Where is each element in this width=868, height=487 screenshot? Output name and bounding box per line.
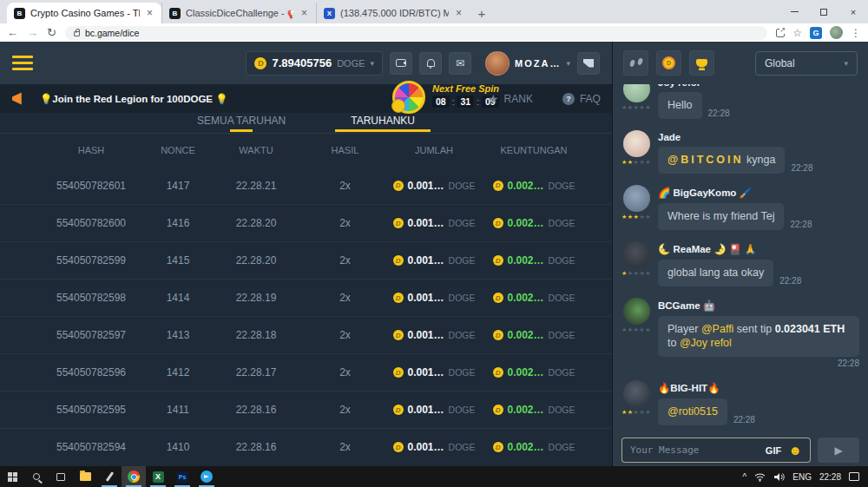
- mention[interactable]: @roti0515: [667, 405, 718, 418]
- messages-button[interactable]: ✉: [449, 52, 471, 75]
- browser-tab-3[interactable]: X (138.475.000 IDR/BTC) Market - I ×: [316, 3, 470, 23]
- taskbar-clock[interactable]: 22:28: [819, 472, 841, 482]
- spin-wheel-icon[interactable]: [392, 81, 425, 114]
- maximize-button[interactable]: [809, 0, 838, 23]
- free-spin-widget[interactable]: Next Free Spin 08 : 31 : 09: [392, 81, 499, 114]
- doge-coin-icon: [493, 330, 503, 340]
- promo-message[interactable]: 💡Join the Red Legion for 100DOGE 💡: [40, 93, 228, 105]
- rank-button[interactable]: ★ RANK: [488, 92, 533, 106]
- tray-expand-icon[interactable]: ^: [743, 472, 747, 482]
- chat-username[interactable]: 🌜 ReaMae 🌛 🎴 🙏: [658, 243, 859, 255]
- forward-icon[interactable]: →: [27, 27, 38, 38]
- tab-taruhanku[interactable]: TARUHANKU: [351, 115, 415, 132]
- taskbar-search-button[interactable]: [24, 466, 49, 487]
- col-jumlah: JUMLAH: [386, 145, 482, 155]
- user-avatar[interactable]: [485, 51, 510, 76]
- excel-button[interactable]: X: [146, 466, 170, 487]
- close-tab-icon[interactable]: ×: [145, 7, 155, 19]
- browser-menu-icon[interactable]: ⋮: [851, 27, 861, 39]
- avatar[interactable]: [623, 185, 650, 212]
- chrome-button[interactable]: [122, 466, 146, 487]
- close-tab-icon[interactable]: ×: [299, 7, 309, 19]
- chat-username[interactable]: Joy refol: [658, 84, 859, 88]
- mention[interactable]: @Joy refol: [680, 337, 732, 349]
- share-icon[interactable]: [776, 29, 785, 37]
- minimize-button[interactable]: [779, 0, 809, 23]
- refresh-icon[interactable]: ↻: [47, 27, 56, 38]
- brush-icon: [105, 471, 113, 482]
- telegram-button[interactable]: [194, 466, 219, 487]
- mention[interactable]: @BITCOIN: [667, 154, 744, 166]
- contest-button[interactable]: [689, 50, 714, 76]
- user-menu[interactable]: MOZA… ▾: [485, 51, 570, 76]
- avatar[interactable]: [623, 298, 650, 325]
- table-row[interactable]: 554050782599141522.28.202x 0.001…DOGE 0.…: [0, 241, 612, 279]
- doge-coin-icon: [493, 405, 503, 415]
- site-header: 7.89405756 DOGE ▾ ✉ MOZA… ▾: [0, 42, 612, 84]
- table-row[interactable]: 554050782596141222.28.172x 0.001…DOGE 0.…: [0, 353, 612, 391]
- table-row[interactable]: 554050782598141422.28.192x 0.001…DOGE 0.…: [0, 279, 612, 316]
- tab-semua-taruhan[interactable]: SEMUA TARUHAN: [197, 115, 286, 132]
- paint-app-button[interactable]: [97, 466, 122, 487]
- table-header-row: HASH NONCE WAKTU HASIL JUMLAH KEUNTUNGAN: [0, 134, 612, 167]
- avatar[interactable]: [623, 84, 650, 102]
- photoshop-button[interactable]: Ps: [170, 466, 194, 487]
- table-row[interactable]: 554050782594141022.28.162x 0.001…DOGE 0.…: [0, 428, 612, 465]
- search-icon: [33, 473, 40, 480]
- avatar[interactable]: [623, 130, 650, 157]
- chat-message: ★★★★★ 🌈 BigGayKomo 🖌️ Where is my friend…: [621, 185, 859, 230]
- chat-input-box[interactable]: GIF ☻: [621, 438, 811, 463]
- new-tab-button[interactable]: +: [470, 3, 493, 23]
- table-row[interactable]: 554050782600141622.28.202x 0.001…DOGE 0.…: [0, 204, 612, 241]
- table-row[interactable]: 554050782595141122.28.162x 0.001…DOGE 0.…: [0, 391, 612, 428]
- col-hash: HASH: [35, 145, 148, 155]
- action-center-icon[interactable]: [849, 472, 859, 481]
- speaker-icon[interactable]: [773, 472, 785, 482]
- chat-username[interactable]: 🔥BIG-HIT🔥: [658, 382, 859, 394]
- hamburger-menu-icon[interactable]: [12, 56, 33, 70]
- chat-toggle-button[interactable]: [577, 52, 600, 75]
- bookmark-icon[interactable]: ☆: [792, 27, 802, 39]
- back-icon[interactable]: ←: [7, 27, 18, 38]
- balance-selector[interactable]: 7.89405756 DOGE ▾: [246, 51, 383, 76]
- task-view-button[interactable]: [49, 466, 73, 487]
- doge-coin-icon: [254, 57, 266, 69]
- wallet-button[interactable]: [390, 52, 412, 75]
- close-tab-icon[interactable]: ×: [454, 7, 464, 19]
- file-explorer-button[interactable]: [73, 466, 97, 487]
- browser-profile-avatar[interactable]: [830, 26, 843, 39]
- avatar[interactable]: [623, 380, 650, 407]
- avatar[interactable]: [623, 241, 650, 268]
- browser-tab-1[interactable]: B Crypto Casino Games - The 8 Bes ×: [7, 3, 161, 23]
- gif-button[interactable]: GIF: [766, 445, 781, 456]
- table-row[interactable]: 554050782597141322.28.182x 0.001…DOGE 0.…: [0, 316, 612, 353]
- start-button[interactable]: [0, 466, 24, 487]
- mention[interactable]: @Paffi: [701, 323, 733, 335]
- close-window-button[interactable]: ×: [838, 0, 868, 23]
- chat-username[interactable]: BCGame 🤖: [658, 299, 859, 312]
- chat-bubble: @BITCOIN kynga: [658, 147, 785, 174]
- secure-lock-icon[interactable]: [74, 31, 80, 36]
- bcgame-favicon: B: [14, 8, 25, 19]
- browser-tab-2[interactable]: B ClassicDiceChallenge - 📢Annou ×: [161, 3, 316, 23]
- notifications-button[interactable]: [419, 52, 442, 75]
- send-message-button[interactable]: ▶: [818, 438, 859, 463]
- faq-button[interactable]: ? FAQ: [562, 93, 601, 105]
- chat-username[interactable]: Jade: [658, 132, 859, 142]
- emoji-icon[interactable]: ☻: [788, 444, 802, 457]
- language-indicator[interactable]: ENG: [792, 472, 812, 482]
- address-bar: ← → ↻ bc.game/dice ☆ G ⋮: [0, 23, 868, 42]
- rain-button[interactable]: [623, 50, 648, 76]
- chat-messages[interactable]: ★★★★★ Joy refol Hello 22:28 ★★★★★ Jade: [613, 84, 868, 437]
- chat-username[interactable]: 🌈 BigGayKomo 🖌️: [658, 187, 859, 199]
- extension-icon[interactable]: G: [810, 27, 822, 39]
- chat-message-input[interactable]: [630, 444, 759, 456]
- table-row[interactable]: 554050782601141722.28.212x 0.001…DOGE 0.…: [0, 167, 612, 204]
- wifi-icon[interactable]: [754, 472, 766, 482]
- coin-drop-button[interactable]: [656, 50, 681, 76]
- megaphone-icon: [12, 93, 28, 105]
- url-field[interactable]: bc.game/dice: [65, 26, 767, 40]
- col-nonce: NONCE: [148, 145, 208, 155]
- chevron-down-icon: ▾: [371, 59, 375, 68]
- chat-channel-select[interactable]: Global ▾: [755, 51, 858, 76]
